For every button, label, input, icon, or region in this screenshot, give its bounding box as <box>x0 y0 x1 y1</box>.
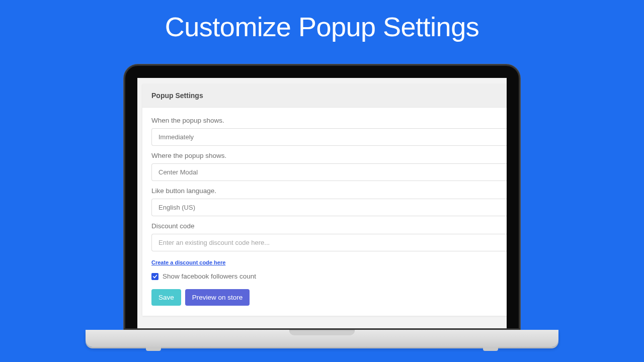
select-language[interactable]: English (US) <box>151 199 507 216</box>
input-discount-code[interactable] <box>151 234 507 251</box>
link-create-discount[interactable]: Create a discount code here <box>151 259 225 265</box>
laptop-base <box>86 330 558 347</box>
field-when: When the popup shows. Immediately <box>151 117 507 146</box>
laptop-notch <box>289 330 355 335</box>
laptop-frame: Popup Settings When the popup shows. Imm… <box>124 64 520 347</box>
page-title: Customize Popup Settings <box>0 0 644 54</box>
field-where: Where the popup shows. Center Modal <box>151 152 507 181</box>
check-icon <box>152 274 157 279</box>
label-where: Where the popup shows. <box>151 152 507 159</box>
label-language: Like button language. <box>151 187 507 195</box>
field-language: Like button language. English (US) <box>151 187 507 216</box>
laptop-foot <box>146 347 161 351</box>
checkbox-row-followers: Show facebook followers count <box>151 273 507 280</box>
label-discount: Discount code <box>151 222 507 230</box>
select-where[interactable]: Center Modal <box>151 163 507 181</box>
popup-settings-card: Popup Settings When the popup shows. Imm… <box>142 84 507 316</box>
card-header: Popup Settings <box>142 84 507 108</box>
laptop-screen: Popup Settings When the popup shows. Imm… <box>137 78 507 328</box>
card-header-title: Popup Settings <box>151 92 507 100</box>
laptop-foot <box>483 347 498 351</box>
button-row: Save Preview on store <box>151 289 507 306</box>
save-button[interactable]: Save <box>151 289 181 306</box>
field-discount: Discount code <box>151 222 507 251</box>
select-when[interactable]: Immediately <box>151 128 507 146</box>
card-body: When the popup shows. Immediately Where … <box>142 108 507 316</box>
checkbox-followers[interactable] <box>151 273 158 280</box>
label-when: When the popup shows. <box>151 117 507 124</box>
laptop-bezel: Popup Settings When the popup shows. Imm… <box>124 64 520 330</box>
preview-button[interactable]: Preview on store <box>185 289 250 306</box>
checkbox-label-followers: Show facebook followers count <box>163 273 256 280</box>
